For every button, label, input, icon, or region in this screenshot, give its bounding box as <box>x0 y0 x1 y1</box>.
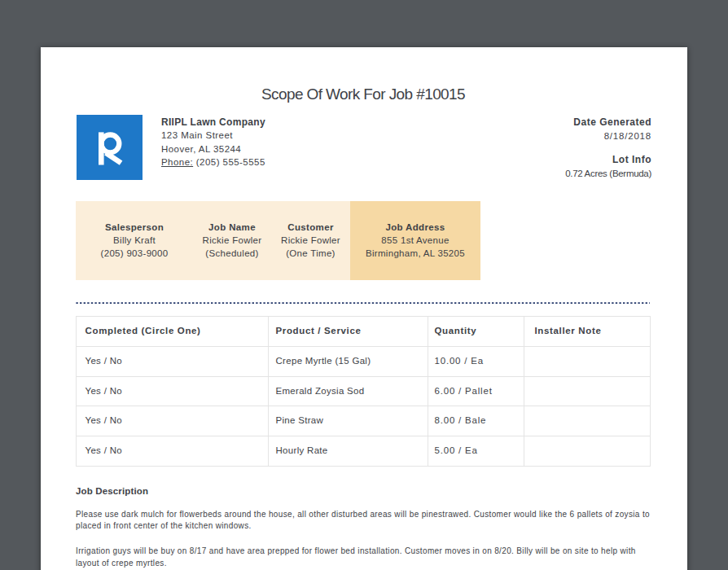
company-phone: Phone: (205) 555-5555 <box>161 156 265 169</box>
company-address-line2: Hoover, AL 35244 <box>161 142 265 156</box>
company-logo <box>77 115 143 180</box>
lot-info-label: Lot Info <box>565 153 651 167</box>
job-info-customer: Customer Rickie Fowler (One Time) <box>271 201 350 280</box>
phone-label: Phone: <box>161 157 193 167</box>
cell-quantity: 6.00 / Pallet <box>428 376 524 406</box>
cell-product: Crepe Myrtle (15 Gal) <box>269 346 428 376</box>
job-name-status: (Scheduled) <box>193 247 271 260</box>
cell-completed: Yes / No <box>77 436 269 467</box>
document-page: Scope Of Work For Job #10015 RIIPL Lawn … <box>41 47 687 570</box>
job-address-label: Job Address <box>350 221 480 234</box>
job-info-job-name: Job Name Rickie Fowler (Scheduled) <box>193 201 271 280</box>
cell-product: Emerald Zoysia Sod <box>269 376 428 406</box>
job-address-city: Birmingham, AL 35205 <box>350 247 480 260</box>
job-info-band: Salesperson Billy Kraft (205) 903-9000 J… <box>76 201 480 280</box>
logo-r-icon <box>77 115 143 180</box>
company-name: RIIPL Lawn Company <box>161 116 265 129</box>
salesperson-label: Salesperson <box>76 221 193 234</box>
customer-frequency: (One Time) <box>271 247 350 260</box>
job-description-paragraph-2: Irrigation guys will be buy on 8/17 and … <box>76 546 656 569</box>
job-address-street: 855 1st Avenue <box>350 234 480 247</box>
table-row: Yes / No Crepe Myrtle (15 Gal) 10.00 / E… <box>77 346 651 376</box>
table-row: Yes / No Hourly Rate 5.00 / Ea <box>77 436 651 467</box>
phone-number: (205) 555-5555 <box>196 157 265 167</box>
table-row: Yes / No Pine Straw 8.00 / Bale <box>77 406 651 436</box>
cell-quantity: 5.00 / Ea <box>428 436 524 467</box>
table-row: Yes / No Emerald Zoysia Sod 6.00 / Palle… <box>77 376 651 406</box>
print-preview-viewport: Scope Of Work For Job #10015 RIIPL Lawn … <box>0 0 728 570</box>
lot-info-group: Lot Info 0.72 Acres (Bermuda) <box>565 153 651 181</box>
cell-installer-note <box>524 376 651 406</box>
work-items-table: Completed (Circle One) Product / Service… <box>76 316 651 467</box>
job-description-heading: Job Description <box>76 485 148 498</box>
dashed-divider <box>76 302 650 305</box>
cell-completed: Yes / No <box>77 406 269 436</box>
cell-quantity: 8.00 / Bale <box>428 406 524 436</box>
job-name-value: Rickie Fowler <box>193 234 271 247</box>
col-quantity: Quantity <box>428 316 524 346</box>
lot-info-value: 0.72 Acres (Bermuda) <box>565 167 651 181</box>
paragraph-line: layout of crepe myrtles. <box>76 558 656 569</box>
date-generated-label: Date Generated <box>565 116 651 129</box>
table-header-row: Completed (Circle One) Product / Service… <box>77 316 651 346</box>
salesperson-name: Billy Kraft <box>76 234 193 247</box>
cell-installer-note <box>524 406 651 436</box>
document-title: Scope Of Work For Job #10015 <box>40 86 686 103</box>
job-info-job-address: Job Address 855 1st Avenue Birmingham, A… <box>350 201 480 280</box>
cell-product: Hourly Rate <box>269 436 428 467</box>
col-installer-note: Installer Note <box>524 316 651 346</box>
salesperson-phone: (205) 903-9000 <box>76 247 193 260</box>
col-product-service: Product / Service <box>269 316 428 346</box>
document-meta: Date Generated 8/18/2018 Lot Info 0.72 A… <box>565 116 651 181</box>
job-description-paragraph-1: Please use dark mulch for flowerbeds aro… <box>76 509 656 533</box>
job-name-label: Job Name <box>193 221 271 234</box>
cell-installer-note <box>524 346 651 376</box>
company-info: RIIPL Lawn Company 123 Main Street Hoove… <box>161 116 265 169</box>
job-info-salesperson: Salesperson Billy Kraft (205) 903-9000 <box>76 201 193 280</box>
cell-completed: Yes / No <box>77 346 269 376</box>
customer-name: Rickie Fowler <box>271 234 350 247</box>
cell-quantity: 10.00 / Ea <box>428 346 524 376</box>
paragraph-line: placed in front center of the kitchen wi… <box>76 520 656 532</box>
paragraph-line: Irrigation guys will be buy on 8/17 and … <box>76 546 656 557</box>
paragraph-line: Please use dark mulch for flowerbeds aro… <box>76 509 656 520</box>
cell-installer-note <box>524 436 651 467</box>
col-completed: Completed (Circle One) <box>77 316 269 346</box>
date-generated-value: 8/18/2018 <box>565 129 651 143</box>
date-generated-group: Date Generated 8/18/2018 <box>565 116 651 143</box>
cell-completed: Yes / No <box>77 376 269 406</box>
cell-product: Pine Straw <box>269 406 428 436</box>
customer-label: Customer <box>271 221 350 234</box>
company-address-line1: 123 Main Street <box>161 129 265 142</box>
